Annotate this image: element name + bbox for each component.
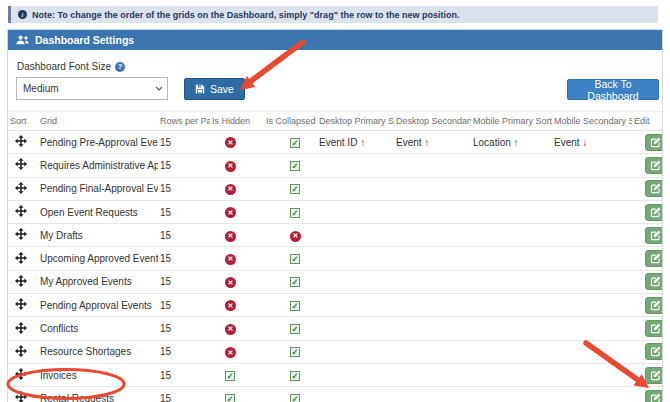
mobile-secondary-sort-cell (552, 387, 632, 402)
move-icon[interactable] (15, 298, 27, 310)
is-collapsed-cell: ✓ (264, 177, 317, 200)
desktop-primary-sort-cell (317, 363, 394, 386)
mobile-secondary-sort-cell (552, 270, 632, 293)
edit-button[interactable] (645, 204, 662, 221)
is-collapsed-cell: ✓ (264, 317, 317, 340)
table-row[interactable]: My Drafts15✕✕ (8, 224, 662, 247)
desktop-secondary-sort-cell (394, 247, 471, 270)
move-icon[interactable] (15, 368, 27, 380)
edit-button[interactable] (645, 227, 662, 244)
column-header: Grid (38, 112, 158, 131)
rows-per-page-cell: 15 (158, 131, 210, 154)
desktop-primary-sort-cell (317, 270, 394, 293)
mobile-secondary-sort-cell (552, 247, 632, 270)
note-text: Note: To change the order of the grids o… (32, 10, 459, 20)
column-header: Edit (632, 112, 662, 131)
checkbox-checked-icon: ✓ (290, 208, 300, 218)
rows-per-page-cell: 15 (158, 154, 210, 177)
table-row[interactable]: Open Event Requests15✕✓ (8, 200, 662, 223)
move-icon[interactable] (15, 252, 27, 264)
edit-button[interactable] (645, 343, 662, 360)
cross-circle-icon: ✕ (225, 184, 236, 195)
table-row[interactable]: Pending Final-Approval Events15✕✓ (8, 177, 662, 200)
font-size-label: Dashboard Font Size ? (17, 61, 125, 72)
cross-circle-icon: ✕ (225, 161, 236, 172)
table-row[interactable]: Resource Shortages15✕✓ (8, 340, 662, 363)
table-row[interactable]: Pending Approval Events15✕✓ (8, 294, 662, 317)
save-button[interactable]: Save (184, 78, 245, 100)
edit-button[interactable] (645, 250, 662, 267)
grid-name-cell: Pending Final-Approval Events (38, 177, 158, 200)
is-collapsed-cell: ✓ (264, 270, 317, 293)
desktop-secondary-sort-cell (394, 200, 471, 223)
column-header: Desktop Primary Sort (317, 112, 394, 131)
mobile-primary-sort-cell (471, 154, 552, 177)
table-row[interactable]: Upcoming Approved Events15✕✓ (8, 247, 662, 270)
checkbox-checked-icon: ✓ (290, 371, 300, 381)
font-size-select[interactable]: Medium (16, 77, 168, 100)
checkbox-checked-icon: ✓ (290, 277, 300, 287)
move-icon[interactable] (15, 345, 27, 357)
desktop-secondary-sort-cell: Event ↑ (394, 131, 471, 154)
mobile-primary-sort-cell (471, 340, 552, 363)
cross-circle-icon: ✕ (225, 207, 236, 218)
edit-button[interactable] (645, 180, 662, 197)
move-icon[interactable] (15, 205, 27, 217)
desktop-primary-sort-cell (317, 224, 394, 247)
move-icon[interactable] (15, 182, 27, 194)
save-icon (195, 84, 205, 94)
desktop-secondary-sort-cell (394, 363, 471, 386)
move-icon[interactable] (15, 322, 27, 334)
table-row[interactable]: Rental Requests15✓✓ (8, 387, 662, 402)
move-icon[interactable] (15, 135, 27, 147)
desktop-primary-sort-cell (317, 340, 394, 363)
table-row[interactable]: Conflicts15✕✓ (8, 317, 662, 340)
mobile-secondary-sort-cell (552, 340, 632, 363)
panel-header: Dashboard Settings (8, 30, 662, 50)
back-to-dashboard-button[interactable]: Back To Dashboard (567, 79, 659, 100)
move-icon[interactable] (15, 228, 27, 240)
help-icon[interactable]: ? (115, 62, 125, 72)
cross-circle-icon: ✕ (225, 254, 236, 265)
desktop-secondary-sort-cell (394, 340, 471, 363)
table-row[interactable]: My Approved Events15✕✓ (8, 270, 662, 293)
edit-button[interactable] (645, 367, 662, 384)
edit-button[interactable] (645, 390, 662, 402)
edit-button[interactable] (645, 134, 662, 151)
cross-circle-icon: ✕ (225, 300, 236, 311)
edit-button[interactable] (645, 320, 662, 337)
column-header: Sort (8, 112, 38, 131)
desktop-secondary-sort-cell (394, 270, 471, 293)
is-collapsed-cell: ✓ (264, 247, 317, 270)
mobile-secondary-sort-cell (552, 363, 632, 386)
rows-per-page-cell: 15 (158, 340, 210, 363)
edit-button[interactable] (645, 273, 662, 290)
mobile-primary-sort-cell: Location ↑ (471, 131, 552, 154)
desktop-primary-sort-cell: Event ID ↑ (317, 131, 394, 154)
mobile-secondary-sort-cell (552, 177, 632, 200)
edit-icon (650, 183, 661, 194)
move-icon[interactable] (15, 391, 27, 402)
grid-name-cell: Resource Shortages (38, 340, 158, 363)
desktop-primary-sort-cell (317, 247, 394, 270)
is-hidden-cell: ✕ (210, 131, 264, 154)
is-hidden-cell: ✕ (210, 294, 264, 317)
is-hidden-cell: ✕ (210, 177, 264, 200)
grid-name-cell: Pending Pre-Approval Events (38, 131, 158, 154)
mobile-primary-sort-cell (471, 317, 552, 340)
edit-icon (650, 370, 661, 381)
rows-per-page-cell: 15 (158, 363, 210, 386)
desktop-secondary-sort-cell (394, 317, 471, 340)
table-row[interactable]: Requires Administrative Approval15✕✓ (8, 154, 662, 177)
is-hidden-cell: ✕ (210, 340, 264, 363)
checkbox-checked-icon: ✓ (290, 254, 300, 264)
move-icon[interactable] (15, 275, 27, 287)
table-row[interactable]: Invoices15✓✓ (8, 363, 662, 386)
checkbox-checked-icon: ✓ (225, 371, 235, 381)
edit-button[interactable] (645, 157, 662, 174)
move-icon[interactable] (15, 158, 27, 170)
edit-button[interactable] (645, 297, 662, 314)
mobile-primary-sort-cell (471, 363, 552, 386)
table-row[interactable]: Pending Pre-Approval Events15✕✓Event ID … (8, 131, 662, 154)
is-collapsed-cell: ✓ (264, 154, 317, 177)
